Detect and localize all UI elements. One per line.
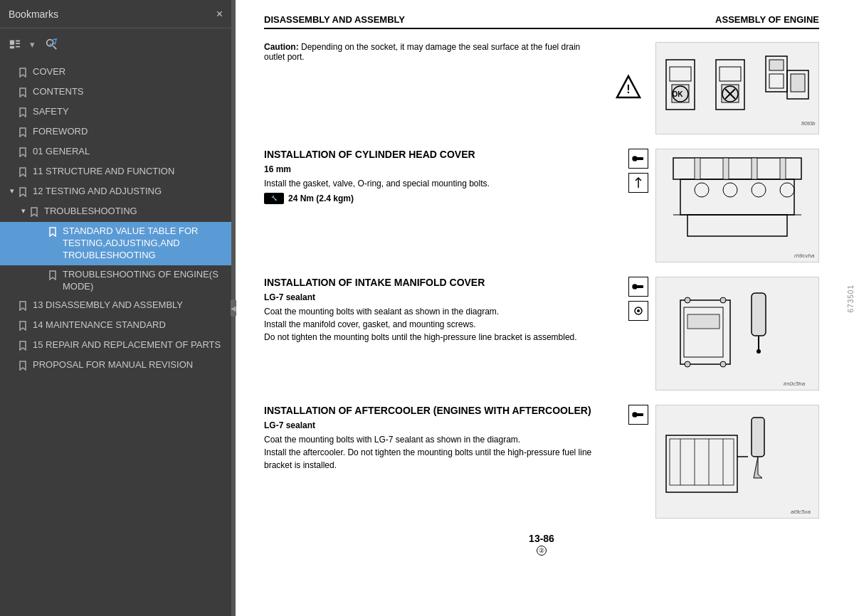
bookmark-label-cover: COVER [33,66,65,78]
section-icons-aftercooler [628,405,648,425]
bookmark-label-maintenance: 14 MAINTENANCE STANDARD [33,319,166,331]
page-circle: ② [537,546,547,556]
gear-icon [632,304,645,317]
section-header-aftercooler: INSTALLATION OF AFTERCOOLER (ENGINES WIT… [264,405,621,416]
page-vertical-text: 673501 [847,285,854,312]
bookmark-testing[interactable]: 12 TESTING AND ADJUSTING [0,182,231,202]
torque-icon: 🔧 [264,193,284,204]
bookmark-label-troubleshooting: TROUBLESHOOTING [44,206,137,218]
section-title-aftercooler: INSTALLATION OF AFTERCOOLER (ENGINES WIT… [264,405,591,416]
section-icons-intake [628,277,648,321]
bookmark-icon-engine [47,269,58,282]
section-cylinder-head: INSTALLATION OF CYLINDER HEAD COVER 16 m… [264,149,819,262]
bookmark-troubleshooting-group[interactable]: TROUBLESHOOTING [0,202,231,222]
caution-content: Caution: Depending on the socket, it may… [264,42,601,62]
torque-line: 🔧 24 Nm (2.4 kgm) [264,193,621,204]
svg-rect-62 [752,418,764,457]
page-header: DISASSEMBLY AND ASSEMBLY ASSEMBLY OF ENG… [264,14,819,29]
bookmark-label-disassembly: 13 DISASSEMBLY AND ASSEMBLY [33,299,183,312]
wrench-box-aftercooler [628,405,648,425]
caution-label: Caution: [264,42,299,52]
bookmark-general[interactable]: 01 GENERAL [0,142,231,162]
section-title-intake: INSTALLATION OF INTAKE MANIFOLD COVER [264,277,485,288]
bookmark-contents[interactable]: CONTENTS [0,83,231,102]
wrench-box-1 [628,149,648,169]
section-image-intake: im0c5ha [655,277,819,391]
svg-rect-41 [633,285,643,288]
wrench-box-intake-2 [628,301,648,321]
svg-rect-21 [769,60,784,70]
svg-rect-37 [723,158,729,179]
wrench-box-intake [628,277,648,297]
page-header-right: ASSEMBLY OF ENGINE [715,14,819,25]
bookmark-flag-icon [19,361,27,371]
wrench-box-2 [628,173,648,193]
svg-rect-36 [695,158,700,179]
bookmark-label-standard: STANDARD VALUE TABLE FOR TESTING,ADJUSTI… [63,225,226,262]
page-number: 13-86 [529,533,554,544]
bookmark-label-foreword: FOREWORD [33,126,88,138]
sidebar-toolbar: ▾ [0,28,231,60]
section-row: INSTALLATION OF CYLINDER HEAD COVER 16 m… [264,149,819,262]
section-header-cylinder: INSTALLATION OF CYLINDER HEAD COVER [264,149,621,160]
bookmark-safety[interactable]: SAFETY [0,102,231,122]
bookmark-foreword[interactable]: FOREWORD [0,122,231,142]
bookmark-maintenance[interactable]: 14 MAINTENANCE STANDARD [0,316,231,336]
svg-rect-38 [752,158,757,179]
bookmark-flag-icon [19,87,27,97]
svg-text:!: ! [626,83,630,95]
section-text-cylinder: Install the gasket, valve, O-ring, and s… [264,177,621,190]
svg-rect-26 [633,157,643,160]
warning-triangle-icon: ! [616,74,641,100]
intake-manifold-drawing: im0c5ha [659,279,816,389]
expand-arrow-troubleshooting[interactable] [19,206,28,216]
bookmark-icon-disassembly [17,299,28,312]
wrench-icon-aftercooler [632,408,645,421]
bookmark-troubleshooting-engine[interactable]: TROUBLESHOOTING OF ENGINE(S MODE) [0,265,231,297]
section-row-aftercooler: INSTALLATION OF AFTERCOOLER (ENGINES WIT… [264,405,819,519]
bookmark-disassembly[interactable]: 13 DISASSEMBLY AND ASSEMBLY [0,296,231,316]
bookmark-icon-troubleshooting [28,206,40,218]
bookmark-repair[interactable]: 15 REPAIR AND REPLACEMENT OF PARTS [0,336,231,356]
bookmark-structure[interactable]: 11 STRUCTURE AND FUNCTION [0,162,231,182]
bookmark-icon-cover [17,66,28,79]
sidebar-search-button[interactable] [42,35,60,53]
page-header-left: DISASSEMBLY AND ASSEMBLY [264,14,405,25]
sidebar-close-button[interactable]: × [216,8,223,21]
svg-rect-56 [666,435,737,492]
bookmark-proposal[interactable]: PROPOSAL FOR MANUAL REVISION [0,356,231,376]
bookmark-icon-contents [17,86,28,99]
expand-arrow-testing[interactable] [7,186,17,196]
svg-text:im0c5ha: im0c5ha [784,381,806,387]
svg-point-44 [637,309,640,312]
wrench-icon-2 [632,176,645,189]
svg-point-49 [685,297,690,303]
section-header-intake: INSTALLATION OF INTAKE MANIFOLD COVER [264,277,621,288]
svg-rect-15 [719,67,741,81]
bookmark-label-repair: 15 REPAIR AND REPLACEMENT OF PARTS [33,339,221,351]
section-aftercooler: INSTALLATION OF AFTERCOOLER (ENGINES WIT… [264,405,819,519]
bookmark-icon-proposal [17,359,28,372]
svg-rect-39 [780,158,786,179]
svg-point-5 [47,40,53,46]
wrench-icon-intake [632,280,645,293]
svg-point-48 [757,349,761,354]
bookmark-icon-safety [17,106,28,119]
svg-rect-24 [791,74,805,92]
svg-point-52 [720,361,726,367]
sidebar-header: Bookmarks × [0,0,231,28]
svg-rect-22 [769,74,784,88]
list-icon [9,38,21,51]
sidebar-list-view-button[interactable] [6,35,24,53]
aftercooler-drawing: at9c5xa [659,407,816,517]
bookmark-icon-standard [47,225,58,238]
bookmark-label-contents: CONTENTS [33,86,84,98]
bookmark-flag-icon [48,270,57,280]
bookmark-standard-value[interactable]: STANDARD VALUE TABLE FOR TESTING,ADJUSTI… [0,222,231,265]
bookmark-cover[interactable]: COVER [0,63,231,83]
bookmark-flag-icon [19,187,27,197]
bookmark-label-testing: 12 TESTING AND ADJUSTING [33,186,162,198]
svg-rect-54 [633,413,643,416]
section-intake-manifold: INSTALLATION OF INTAKE MANIFOLD COVER LG… [264,277,819,391]
svg-point-32 [723,183,737,197]
